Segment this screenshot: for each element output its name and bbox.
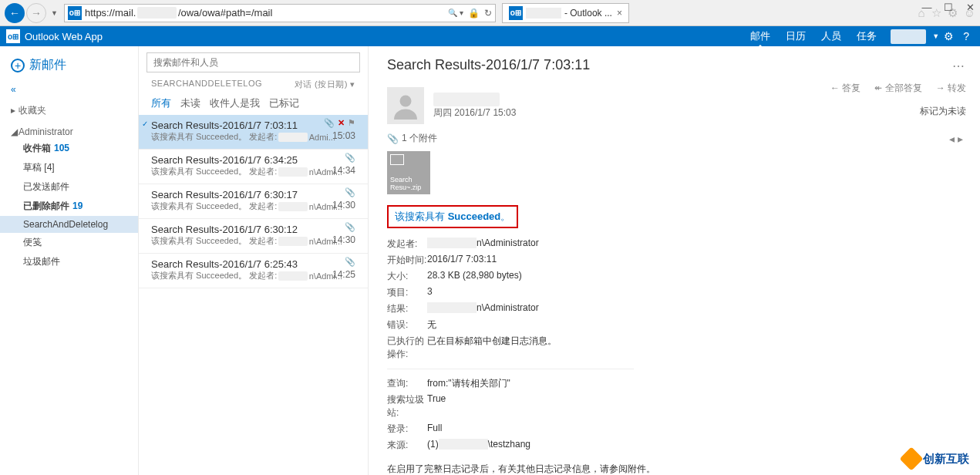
nav-forward[interactable]: → — [26, 3, 46, 23]
detail-row: 已执行的操作:已在目标邮箱中创建日志消息。 — [387, 333, 966, 362]
attachment-tile[interactable]: Search Resu~.zip — [387, 151, 430, 194]
nav-calendar[interactable]: 日历 — [778, 29, 813, 43]
folder-pane: + 新邮件 « ▸收藏夹 ◢Administrator 收件箱105 草稿 [4… — [0, 46, 139, 475]
mark-unread-link[interactable]: 标记为未读 — [920, 105, 966, 118]
avatar — [387, 87, 424, 124]
nav-mail[interactable]: 邮件 — [743, 29, 778, 43]
more-actions-icon[interactable]: ⋯ — [952, 59, 966, 73]
detail-label: 登录: — [387, 423, 427, 436]
tab-title: - Outlook ... — [564, 8, 612, 19]
tab-close-icon[interactable]: × — [617, 8, 622, 19]
detail-row: 登录:Full — [387, 421, 966, 437]
reply-all-button[interactable]: ↞ 全部答复 — [874, 82, 921, 95]
msg-preview: 该搜索具有 Succeeded。 发起者:xn\Admi... — [151, 270, 355, 281]
filter-all[interactable]: 所有 — [151, 96, 171, 110]
detail-value: 28.3 KB (28,980 bytes) — [427, 270, 522, 283]
detail-label: 来源: — [387, 439, 427, 452]
new-mail-button[interactable]: + 新邮件 — [0, 54, 138, 83]
win-close[interactable]: ✕ — [965, 2, 975, 13]
message-item[interactable]: ✓📎✕⚑Search Results-2016/1/7 7:03:11该搜索具有… — [139, 115, 368, 150]
search-input[interactable] — [146, 52, 360, 72]
msg-time: 14:30 — [332, 234, 355, 245]
detail-value: Full — [427, 423, 442, 436]
deleted-label: 已删除邮件 — [23, 200, 69, 211]
plus-icon: + — [11, 59, 25, 72]
attachment-icon: 📎 — [324, 118, 335, 128]
detail-row: 查询:from:"请转相关部门" — [387, 376, 966, 392]
delete-icon[interactable]: ✕ — [338, 118, 345, 128]
sender-redacted: x — [433, 93, 500, 106]
nav-back[interactable]: ← — [5, 3, 25, 23]
nav-history-dropdown[interactable]: ▼ — [51, 9, 58, 17]
detail-row: 发起者:xxxxn\Administrator — [387, 236, 966, 252]
attach-prev-icon[interactable]: ◂ — [949, 133, 958, 145]
filter-tome[interactable]: 收件人是我 — [210, 96, 260, 110]
inbox-count: 105 — [54, 143, 69, 153]
details-table-1: 发起者:xxxxn\Administrator开始时间:2016/1/7 7:0… — [387, 236, 966, 362]
admin-label: Administrator — [19, 126, 73, 137]
url-prefix: https://mail. — [85, 7, 136, 19]
message-item[interactable]: 📎Search Results-2016/1/7 6:25:43该搜索具有 Su… — [139, 254, 368, 288]
folder-sent[interactable]: 已发送邮件 — [0, 177, 138, 197]
zip-icon — [390, 154, 404, 165]
favorites-group[interactable]: ▸收藏夹 — [0, 103, 138, 119]
attachment-count: 1 个附件 — [402, 132, 437, 145]
folder-drafts[interactable]: 草稿 [4] — [0, 158, 138, 177]
message-item[interactable]: 📎Search Results-2016/1/7 6:34:25该搜索具有 Su… — [139, 150, 368, 184]
detail-value: 2016/1/7 7:03:11 — [427, 254, 497, 267]
message-item[interactable]: 📎Search Results-2016/1/7 6:30:12该搜索具有 Su… — [139, 219, 368, 254]
attach-next-icon[interactable]: ▸ — [958, 133, 966, 145]
url-suffix: /owa/owa#path=/mail — [178, 7, 273, 19]
detail-value: xxxxn\Administrator — [427, 302, 539, 315]
detail-label: 错误: — [387, 318, 427, 332]
nav-people[interactable]: 人员 — [813, 29, 849, 43]
folder-notes[interactable]: 便笺 — [0, 233, 138, 252]
search-icon[interactable]: 🔍 ▾ — [448, 8, 463, 17]
attachment-icon: 📎 — [387, 133, 399, 144]
address-bar[interactable]: o⊞ https://mail. x /owa/owa#path=/mail 🔍… — [64, 4, 496, 22]
admin-group[interactable]: ◢Administrator — [0, 125, 138, 139]
message-item[interactable]: 📎Search Results-2016/1/7 6:30:17该搜索具有 Su… — [139, 184, 368, 219]
filter-unread[interactable]: 未读 — [180, 96, 200, 110]
detail-label: 开始时间: — [387, 254, 427, 267]
win-min[interactable]: — — [921, 2, 932, 13]
inbox-label: 收件箱 — [23, 143, 51, 153]
collapse-pane[interactable]: « — [0, 83, 138, 103]
msg-preview: 该搜索具有 Succeeded。 发起者:xn\Admi... — [151, 235, 355, 247]
folder-deleted[interactable]: 已删除邮件19 — [0, 197, 138, 216]
browser-tab[interactable]: o⊞ x - Outlook ... × — [502, 3, 629, 23]
list-sort[interactable]: 对话 (按日期) ▾ — [295, 79, 355, 90]
url-redacted: x — [137, 7, 177, 19]
attachment-icon: 📎 — [345, 153, 355, 163]
reading-pane: Search Results-2016/1/7 7:03:11 ⋯ ← 答复 ↞… — [369, 46, 980, 475]
message-date: 周四 2016/1/7 15:03 — [433, 106, 516, 120]
attachment-icon: 📎 — [345, 222, 355, 232]
win-max[interactable]: ☐ — [943, 2, 954, 13]
refresh-icon[interactable]: ↻ — [484, 8, 492, 19]
flag-icon[interactable]: ⚑ — [348, 118, 355, 128]
filter-flagged[interactable]: 已标记 — [269, 96, 299, 110]
detail-value: (1)xxxx\testzhang — [427, 439, 530, 452]
folder-inbox[interactable]: 收件箱105 — [0, 139, 138, 158]
msg-time: 14:30 — [332, 200, 355, 211]
attachment-icon: 📎 — [345, 257, 355, 267]
browser-toolbar: ← → ▼ o⊞ https://mail. x /owa/owa#path=/… — [0, 0, 980, 26]
message-list-pane: SEARCHANDDELETELOG 对话 (按日期) ▾ 所有 未读 收件人是… — [139, 46, 369, 475]
msg-subject: Search Results-2016/1/7 6:30:17 — [151, 189, 355, 200]
footer-note: 在启用了完整日志记录后，有关其他日志记录信息，请参阅附件。 — [387, 463, 966, 475]
user-name-redacted[interactable]: x — [891, 29, 927, 44]
favorites-label: 收藏夹 — [19, 105, 46, 116]
folder-junk[interactable]: 垃圾邮件 — [0, 252, 138, 271]
detail-label: 发起者: — [387, 238, 427, 251]
reply-button[interactable]: ← 答复 — [830, 82, 860, 95]
nav-tasks[interactable]: 任务 — [849, 29, 884, 43]
forward-button[interactable]: → 转发 — [936, 82, 966, 95]
attachment-name: Search Resu~.zip — [390, 176, 427, 191]
msg-time: 14:25 — [332, 269, 355, 280]
detail-value: 已在目标邮箱中创建日志消息。 — [427, 335, 557, 361]
msg-preview: 该搜索具有 Succeeded。 发起者:xn\Admi... — [151, 166, 355, 177]
settings-icon[interactable]: ⚙ — [944, 30, 954, 42]
folder-searchlog[interactable]: SearchAndDeletelog — [0, 216, 138, 233]
help-icon[interactable]: ? — [963, 30, 969, 42]
svg-point-0 — [400, 96, 412, 107]
